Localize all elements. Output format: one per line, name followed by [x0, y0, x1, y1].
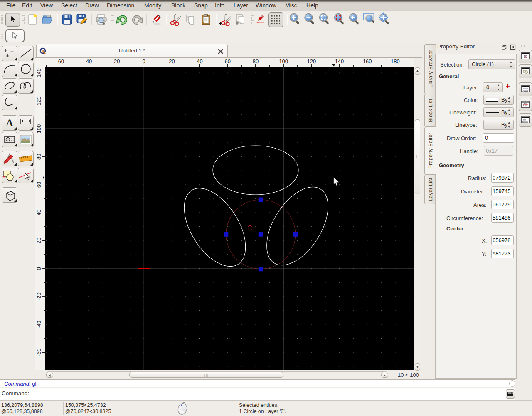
svg-text:-60: -60 — [36, 349, 42, 357]
svg-text:-40: -40 — [36, 321, 42, 329]
svg-text:-20: -20 — [36, 292, 42, 300]
svg-text:120: 120 — [36, 97, 42, 106]
svg-text:80: 80 — [253, 58, 259, 64]
svg-text:100: 100 — [279, 58, 288, 64]
svg-text:60: 60 — [36, 182, 42, 188]
svg-text:0: 0 — [143, 58, 145, 64]
svg-text:20: 20 — [169, 58, 175, 64]
svg-text:-40: -40 — [84, 58, 92, 64]
svg-text:0: 0 — [36, 267, 42, 270]
svg-text:160: 160 — [363, 58, 372, 64]
svg-text:80: 80 — [36, 154, 42, 160]
svg-text:-20: -20 — [112, 58, 120, 64]
svg-text:140: 140 — [335, 58, 344, 64]
svg-text:100: 100 — [36, 124, 42, 134]
svg-text:-60: -60 — [56, 58, 64, 64]
svg-text:A: A — [6, 118, 13, 129]
svg-text:x:: x: — [522, 88, 524, 90]
svg-text:y:: y: — [522, 90, 524, 92]
svg-text:40: 40 — [36, 210, 42, 215]
svg-text:40: 40 — [197, 58, 202, 64]
svg-text:120: 120 — [307, 58, 316, 64]
svg-text:180: 180 — [391, 58, 400, 64]
svg-text:20: 20 — [36, 238, 42, 243]
svg-text:140: 140 — [36, 68, 42, 77]
svg-text:60: 60 — [224, 58, 230, 64]
